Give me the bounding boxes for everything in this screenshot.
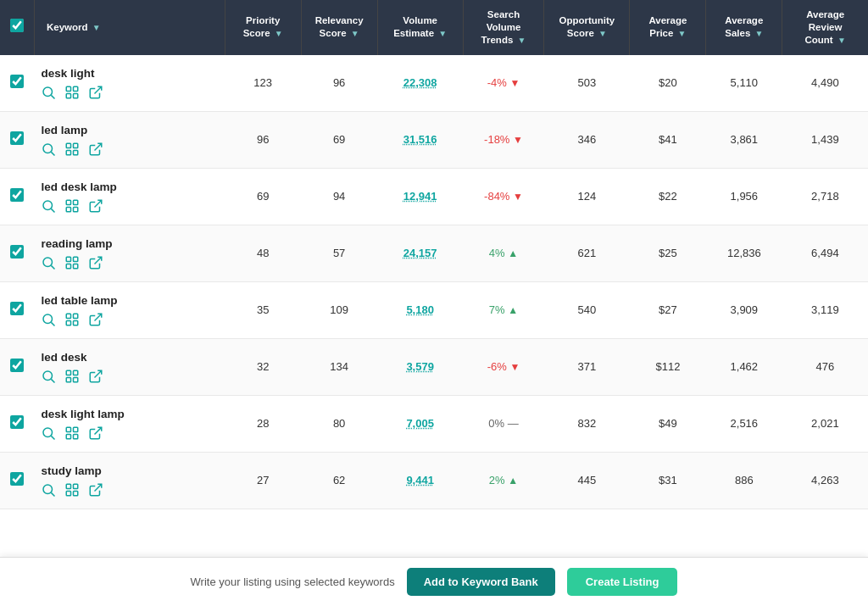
col-header-trends[interactable]: SearchVolumeTrends ▼ bbox=[463, 0, 544, 55]
volume-cell-5: 3,579 bbox=[377, 338, 463, 395]
svg-rect-51 bbox=[67, 484, 71, 488]
priority-score-0: 123 bbox=[225, 55, 301, 112]
search-icon[interactable] bbox=[41, 425, 56, 443]
search-icon[interactable] bbox=[41, 85, 56, 103]
svg-rect-2 bbox=[67, 86, 71, 91]
external-link-icon[interactable] bbox=[88, 369, 103, 386]
volume-estimate-2[interactable]: 12,941 bbox=[403, 190, 437, 203]
svg-rect-18 bbox=[67, 207, 71, 211]
svg-rect-25 bbox=[67, 264, 71, 268]
svg-point-28 bbox=[43, 314, 53, 324]
trend-value-3: 4% bbox=[489, 247, 505, 259]
average-price-2: $22 bbox=[630, 168, 706, 225]
opportunity-sort-icon: ▼ bbox=[598, 28, 607, 39]
row-checkbox-cell-0 bbox=[0, 55, 34, 112]
external-link-icon[interactable] bbox=[88, 312, 103, 330]
trend-arrow-3: ▲ bbox=[508, 247, 518, 259]
svg-rect-32 bbox=[67, 320, 71, 325]
avg-price-sort-icon: ▼ bbox=[678, 28, 687, 39]
col-header-avg-price[interactable]: AveragePrice ▼ bbox=[630, 0, 706, 55]
trends-sort-icon: ▼ bbox=[518, 35, 526, 46]
col-header-relevancy[interactable]: RelevancyScore ▼ bbox=[301, 0, 377, 55]
svg-rect-17 bbox=[74, 200, 78, 204]
row-checkbox-4[interactable] bbox=[10, 302, 24, 315]
average-sales-6: 2,516 bbox=[706, 395, 782, 452]
volume-estimate-7[interactable]: 9,441 bbox=[406, 474, 434, 486]
svg-rect-52 bbox=[74, 484, 78, 488]
volume-estimate-4[interactable]: 5,180 bbox=[406, 303, 434, 316]
volume-estimate-3[interactable]: 24,157 bbox=[403, 247, 437, 259]
svg-line-1 bbox=[52, 95, 55, 98]
volume-estimate-0[interactable]: 22,308 bbox=[403, 76, 437, 89]
col-header-avg-sales[interactable]: AverageSales ▼ bbox=[706, 0, 782, 55]
search-icon[interactable] bbox=[41, 312, 56, 330]
average-price-7: $31 bbox=[630, 452, 706, 509]
external-link-icon[interactable] bbox=[88, 255, 103, 273]
average-sales-0: 5,110 bbox=[706, 55, 782, 112]
col-header-volume[interactable]: VolumeEstimate ▼ bbox=[377, 0, 463, 55]
svg-line-43 bbox=[52, 436, 55, 439]
average-review-count-0: 4,490 bbox=[782, 55, 868, 112]
grid-icon[interactable] bbox=[64, 425, 80, 443]
svg-rect-24 bbox=[74, 257, 78, 261]
svg-rect-10 bbox=[74, 143, 78, 147]
external-link-icon[interactable] bbox=[88, 198, 103, 216]
svg-line-8 bbox=[52, 152, 55, 155]
svg-point-35 bbox=[43, 371, 53, 381]
keyword-cell-5: led desk bbox=[34, 338, 225, 395]
row-checkbox-0[interactable] bbox=[10, 75, 24, 88]
svg-rect-53 bbox=[67, 491, 71, 495]
average-price-1: $41 bbox=[630, 111, 706, 168]
select-all-header bbox=[0, 0, 34, 55]
trend-cell-1: -18% ▼ bbox=[463, 111, 544, 168]
svg-rect-4 bbox=[67, 93, 71, 97]
search-icon[interactable] bbox=[41, 255, 56, 273]
grid-icon[interactable] bbox=[64, 142, 80, 159]
external-link-icon[interactable] bbox=[88, 482, 103, 500]
col-header-avg-review[interactable]: AverageReviewCount ▼ bbox=[782, 0, 868, 55]
svg-rect-37 bbox=[67, 370, 71, 375]
grid-icon[interactable] bbox=[64, 85, 80, 103]
row-checkbox-3[interactable] bbox=[10, 245, 24, 259]
trend-arrow-2: ▼ bbox=[513, 191, 523, 203]
grid-icon[interactable] bbox=[64, 369, 80, 386]
row-checkbox-1[interactable] bbox=[10, 131, 24, 145]
row-checkbox-6[interactable] bbox=[10, 415, 24, 429]
grid-icon[interactable] bbox=[64, 198, 80, 216]
table-row: reading lamp485724,1574% ▲621$2512,8366,… bbox=[0, 225, 868, 281]
average-review-count-3: 6,494 bbox=[782, 225, 868, 281]
average-sales-3: 12,836 bbox=[706, 225, 782, 281]
opportunity-score-0: 503 bbox=[544, 55, 630, 112]
select-all-checkbox[interactable] bbox=[10, 19, 24, 32]
volume-estimate-1[interactable]: 31,516 bbox=[403, 133, 437, 146]
row-checkbox-5[interactable] bbox=[10, 359, 24, 372]
add-to-keyword-bank-button[interactable]: Add to Keyword Bank bbox=[407, 568, 555, 596]
create-listing-button[interactable]: Create Listing bbox=[567, 568, 678, 596]
bottom-action-bar: Write your listing using selected keywor… bbox=[0, 557, 868, 606]
svg-point-7 bbox=[43, 144, 53, 153]
search-icon[interactable] bbox=[41, 198, 56, 216]
average-sales-4: 3,909 bbox=[706, 281, 782, 338]
volume-estimate-5[interactable]: 3,579 bbox=[406, 360, 434, 373]
trend-cell-3: 4% ▲ bbox=[463, 225, 544, 281]
svg-point-21 bbox=[43, 258, 53, 267]
grid-icon[interactable] bbox=[64, 312, 80, 330]
col-header-opportunity[interactable]: OpportunityScore ▼ bbox=[544, 0, 630, 55]
col-header-priority[interactable]: PriorityScore ▼ bbox=[225, 0, 301, 55]
row-checkbox-7[interactable] bbox=[10, 472, 24, 486]
external-link-icon[interactable] bbox=[88, 425, 103, 443]
col-header-keyword[interactable]: Keyword ▼ bbox=[34, 0, 225, 55]
external-link-icon[interactable] bbox=[88, 142, 103, 159]
svg-rect-46 bbox=[67, 434, 71, 438]
search-icon[interactable] bbox=[41, 369, 56, 386]
priority-score-3: 48 bbox=[225, 225, 301, 281]
volume-estimate-6[interactable]: 7,005 bbox=[406, 417, 434, 430]
grid-icon[interactable] bbox=[64, 482, 80, 500]
external-link-icon[interactable] bbox=[88, 85, 103, 103]
keyword-name-4: led table lamp bbox=[41, 294, 218, 307]
search-icon[interactable] bbox=[41, 482, 56, 500]
search-icon[interactable] bbox=[41, 142, 56, 159]
svg-rect-39 bbox=[67, 377, 71, 381]
grid-icon[interactable] bbox=[64, 255, 80, 273]
row-checkbox-2[interactable] bbox=[10, 188, 24, 202]
